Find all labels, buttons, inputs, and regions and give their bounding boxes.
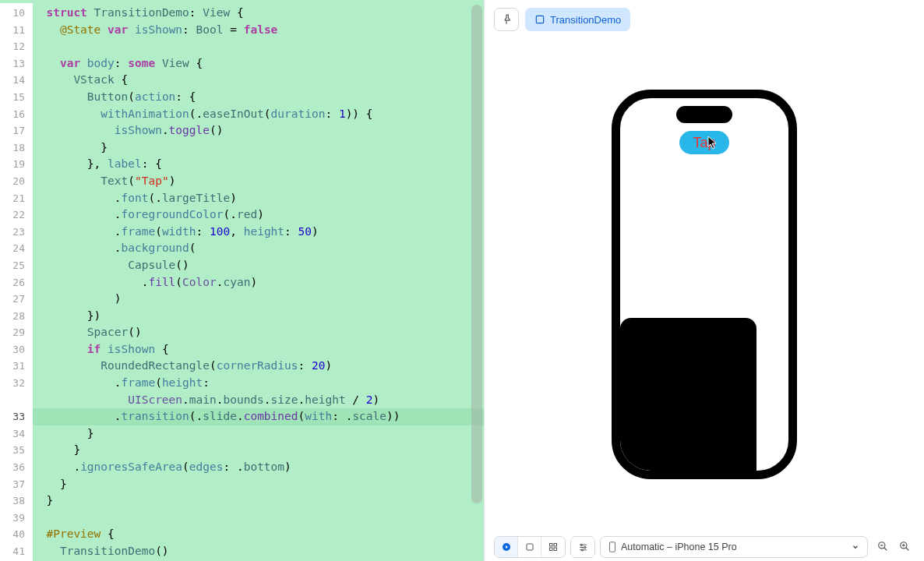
line-number: 41: [0, 543, 33, 560]
code-line[interactable]: .transition(.slide.combined(with: .scale…: [33, 408, 484, 425]
line-number: 26: [0, 274, 33, 291]
code-line[interactable]: VStack {: [33, 72, 484, 89]
code-line[interactable]: [33, 510, 484, 527]
code-line[interactable]: }: [33, 139, 484, 157]
line-number: 21: [0, 190, 33, 207]
line-number: 36: [0, 459, 33, 476]
code-line[interactable]: Button(action: {: [33, 89, 484, 106]
code-line[interactable]: .background(: [33, 240, 484, 257]
svg-rect-6: [554, 548, 557, 551]
tap-button[interactable]: Tap: [679, 131, 729, 154]
struct-icon: [534, 14, 545, 25]
zoom-in-button[interactable]: [894, 537, 915, 557]
code-line[interactable]: }, label: {: [33, 156, 484, 173]
svg-rect-10: [610, 542, 615, 552]
code-line[interactable]: .frame(height:: [33, 375, 484, 392]
line-number: 24: [0, 240, 33, 257]
live-preview-button[interactable]: [495, 537, 518, 557]
svg-rect-2: [527, 544, 533, 550]
svg-rect-3: [550, 544, 553, 547]
grid-icon: [548, 542, 558, 552]
line-number: 20: [0, 173, 33, 190]
code-line[interactable]: .frame(width: 100, height: 50): [33, 224, 484, 241]
line-number: 23: [0, 224, 33, 241]
code-line[interactable]: #Preview {: [33, 526, 484, 543]
live-preview-segmented-control: [494, 536, 566, 558]
device-selector-label: Automatic – iPhone 15 Pro: [621, 542, 847, 552]
code-line[interactable]: [33, 38, 484, 55]
code-line[interactable]: struct TransitionDemo: View {: [33, 5, 484, 22]
line-number: 10: [0, 5, 33, 22]
select-icon: [525, 542, 534, 552]
line-number: 34: [0, 425, 33, 443]
code-line[interactable]: @State var isShown: Bool = false: [33, 22, 484, 39]
svg-rect-4: [554, 544, 557, 547]
selectable-preview-button[interactable]: [518, 537, 541, 557]
device-settings-button[interactable]: [571, 537, 594, 557]
svg-point-7: [580, 544, 582, 545]
sliders-icon: [578, 542, 588, 552]
vertical-scrollbar[interactable]: [471, 5, 482, 503]
line-number: 15: [0, 89, 33, 106]
line-number: 29: [0, 324, 33, 341]
play-icon: [502, 542, 511, 552]
code-line[interactable]: ): [33, 291, 484, 308]
code-line[interactable]: }: [33, 492, 484, 510]
line-number: 18: [0, 139, 33, 157]
code-area[interactable]: struct TransitionDemo: View { @State var…: [33, 3, 484, 561]
svg-point-9: [581, 549, 583, 550]
pin-preview-button[interactable]: [494, 8, 519, 31]
line-number: 33: [0, 408, 33, 425]
code-line[interactable]: Spacer(): [33, 324, 484, 341]
line-number: 28: [0, 308, 33, 325]
line-number: 40: [0, 526, 33, 543]
line-number: 22: [0, 206, 33, 224]
preview-canvas: TransitionDemo Tap: [484, 0, 924, 561]
canvas-toolbar: TransitionDemo: [494, 8, 630, 31]
code-line[interactable]: UIScreen.main.bounds.size.height / 2): [33, 392, 484, 409]
line-number: 30: [0, 341, 33, 358]
zoom-in-icon: [899, 541, 910, 552]
preview-target-chip[interactable]: TransitionDemo: [525, 8, 630, 31]
code-line[interactable]: .ignoresSafeArea(edges: .bottom): [33, 459, 484, 476]
line-number: 32: [0, 375, 33, 392]
line-number-gutter: 1011121314151617181920212223242526272829…: [0, 3, 33, 561]
rounded-rectangle-view: [620, 318, 756, 474]
line-number: 37: [0, 476, 33, 493]
line-number: 16: [0, 106, 33, 123]
device-selector[interactable]: Automatic – iPhone 15 Pro: [600, 536, 868, 558]
code-line[interactable]: }: [33, 442, 484, 459]
line-number: 12: [0, 38, 33, 55]
code-line[interactable]: .font(.largeTitle): [33, 190, 484, 207]
code-line[interactable]: Text("Tap"): [33, 173, 484, 190]
zoom-controls: [873, 537, 915, 557]
line-number: 19: [0, 156, 33, 173]
zoom-out-button[interactable]: [873, 537, 893, 557]
code-line[interactable]: }: [33, 425, 484, 443]
code-line[interactable]: .foregroundColor(.red): [33, 206, 484, 224]
line-number: 11: [0, 22, 33, 39]
code-line[interactable]: TransitionDemo(): [33, 543, 484, 560]
code-line[interactable]: RoundedRectangle(cornerRadius: 20): [33, 358, 484, 375]
code-line[interactable]: .fill(Color.cyan): [33, 274, 484, 291]
code-editor[interactable]: 1011121314151617181920212223242526272829…: [0, 0, 484, 561]
line-number: 35: [0, 442, 33, 459]
variants-preview-button[interactable]: [541, 537, 565, 557]
svg-rect-5: [550, 548, 553, 551]
pin-icon: [501, 14, 512, 25]
code-line[interactable]: Capsule(): [33, 257, 484, 274]
code-line[interactable]: withAnimation(.easeInOut(duration: 1)) {: [33, 106, 484, 123]
phone-icon: [608, 542, 616, 552]
code-line[interactable]: var body: some View {: [33, 55, 484, 72]
code-line[interactable]: }: [33, 476, 484, 493]
code-line[interactable]: if isShown {: [33, 341, 484, 358]
code-line[interactable]: isShown.toggle(): [33, 122, 484, 139]
preview-target-label: TransitionDemo: [550, 14, 621, 26]
canvas-bottom-toolbar: Automatic – iPhone 15 Pro: [494, 536, 915, 558]
zoom-out-icon: [877, 541, 888, 552]
line-number: 25: [0, 257, 33, 274]
line-number: 14: [0, 72, 33, 89]
svg-point-8: [584, 546, 585, 548]
device-settings-button-group: [570, 536, 595, 558]
code-line[interactable]: }): [33, 308, 484, 325]
